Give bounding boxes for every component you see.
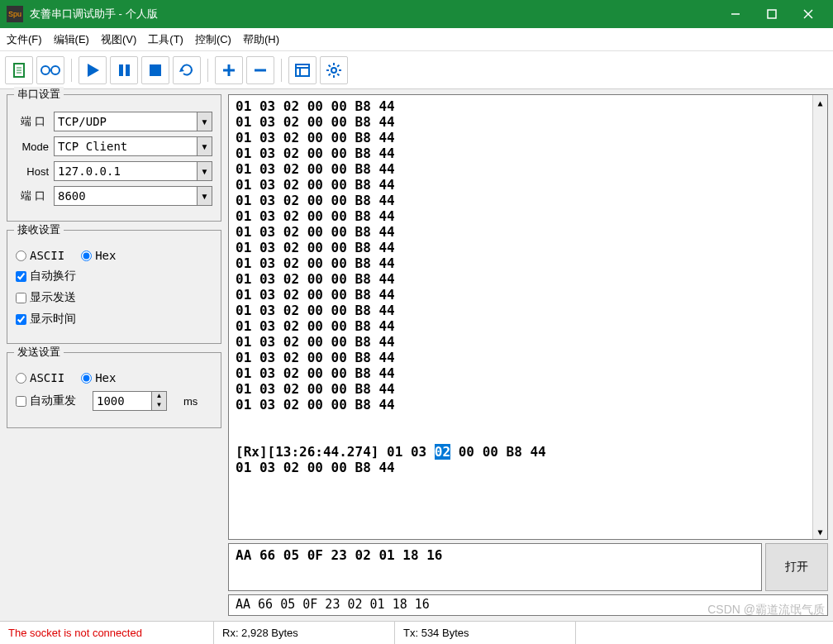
right-panel: 01 03 02 00 00 B8 44 01 03 02 00 00 B8 4…: [228, 89, 833, 621]
open-button[interactable]: 打开: [765, 543, 828, 591]
chevron-down-icon: ▼: [197, 137, 212, 155]
svg-rect-13: [150, 64, 161, 76]
recv-settings-group: 接收设置 ASCII Hex 自动换行 显示发送 显示时间: [7, 230, 221, 344]
record-icon[interactable]: [36, 56, 64, 84]
svg-rect-11: [119, 64, 123, 76]
spin-up-icon[interactable]: ▲: [151, 392, 166, 401]
interval-spinner[interactable]: ▲▼: [93, 391, 167, 411]
menu-file[interactable]: 文件(F): [7, 32, 42, 47]
menu-tools[interactable]: 工具(T): [148, 32, 183, 47]
scroll-down-icon[interactable]: ▼: [813, 524, 827, 539]
gear-icon[interactable]: [320, 56, 348, 84]
port-select[interactable]: ▼: [54, 112, 212, 131]
scrollbar[interactable]: ▲▼: [812, 95, 827, 539]
svg-marker-10: [88, 64, 99, 77]
recv-hex-radio[interactable]: Hex: [81, 249, 116, 262]
menu-view[interactable]: 视图(V): [101, 32, 136, 47]
toolbar: [0, 51, 833, 89]
spin-down-icon[interactable]: ▼: [151, 401, 166, 410]
ms-label: ms: [183, 395, 198, 408]
mode-select[interactable]: ▼: [54, 136, 212, 156]
menubar: 文件(F) 编辑(E) 视图(V) 工具(T) 控制(C) 帮助(H): [0, 28, 833, 51]
maximize-button[interactable]: [754, 0, 790, 28]
chevron-down-icon: ▼: [197, 112, 212, 131]
refresh-icon[interactable]: [173, 56, 201, 84]
send-hex-radio[interactable]: Hex: [81, 371, 116, 384]
menu-help[interactable]: 帮助(H): [243, 32, 279, 47]
send-textarea[interactable]: AA 66 05 0F 23 02 01 18 16: [228, 543, 762, 591]
app-icon: Spu: [7, 6, 23, 22]
svg-rect-12: [126, 64, 130, 76]
window-title: 友善串口调试助手 - 个人版: [30, 7, 717, 21]
stop-icon[interactable]: [141, 56, 169, 84]
group-legend: 发送设置: [14, 345, 64, 360]
svg-line-26: [329, 64, 331, 66]
send-settings-group: 发送设置 ASCII Hex 自动重发 ▲▼ ms: [7, 352, 221, 428]
titlebar: Spu 友善串口调试助手 - 个人版: [0, 0, 833, 28]
serial-settings-group: 串口设置 端口 ▼ Mode ▼ Host ▼ 端口 ▼: [7, 94, 221, 222]
menu-control[interactable]: 控制(C): [195, 32, 231, 47]
svg-rect-1: [768, 10, 776, 18]
receive-textarea[interactable]: 01 03 02 00 00 B8 44 01 03 02 00 00 B8 4…: [228, 94, 828, 540]
mode-label: Mode: [16, 141, 49, 153]
separator: [207, 59, 208, 82]
close-button[interactable]: [790, 0, 826, 28]
svg-point-8: [41, 66, 50, 74]
host-select[interactable]: ▼: [54, 161, 212, 181]
show-time-check[interactable]: 显示时间: [16, 312, 76, 327]
pause-icon[interactable]: [110, 56, 138, 84]
svg-line-28: [329, 74, 331, 75]
document-icon[interactable]: [5, 56, 33, 84]
port-label: 端口: [16, 114, 49, 129]
status-tx: Tx: 534 Bytes: [394, 622, 576, 644]
group-legend: 接收设置: [14, 222, 64, 237]
group-legend: 串口设置: [14, 87, 64, 102]
recv-ascii-radio[interactable]: ASCII: [16, 249, 64, 262]
auto-resend-check[interactable]: 自动重发: [16, 394, 76, 408]
plus-icon[interactable]: [215, 56, 243, 84]
window-icon[interactable]: [288, 56, 317, 84]
status-rx: Rx: 2,928 Bytes: [213, 622, 395, 644]
minimize-button[interactable]: [717, 0, 754, 28]
separator: [71, 59, 72, 82]
svg-point-9: [51, 66, 60, 74]
separator: [281, 59, 282, 82]
send-input[interactable]: AA 66 05 0F 23 02 01 18 16: [228, 594, 828, 616]
send-ascii-radio[interactable]: ASCII: [16, 371, 64, 384]
statusbar: The socket is not connected Rx: 2,928 By…: [0, 621, 833, 644]
play-icon[interactable]: [79, 56, 107, 84]
svg-line-29: [337, 64, 339, 66]
svg-rect-18: [296, 64, 309, 76]
svg-point-21: [331, 68, 336, 73]
port2-label: 端口: [16, 188, 49, 203]
auto-wrap-check[interactable]: 自动换行: [16, 269, 76, 284]
show-send-check[interactable]: 显示发送: [16, 290, 76, 305]
menu-edit[interactable]: 编辑(E): [54, 32, 89, 47]
scroll-up-icon[interactable]: ▲: [813, 95, 827, 110]
left-panel: 串口设置 端口 ▼ Mode ▼ Host ▼ 端口 ▼ 接收设置 ASCII: [0, 89, 228, 621]
chevron-down-icon: ▼: [197, 162, 212, 180]
port-number-select[interactable]: ▼: [54, 186, 212, 206]
chevron-down-icon: ▼: [197, 187, 212, 205]
svg-line-27: [337, 74, 339, 75]
status-error: The socket is not connected: [0, 622, 214, 644]
host-label: Host: [16, 165, 49, 178]
minus-icon[interactable]: [246, 56, 274, 84]
